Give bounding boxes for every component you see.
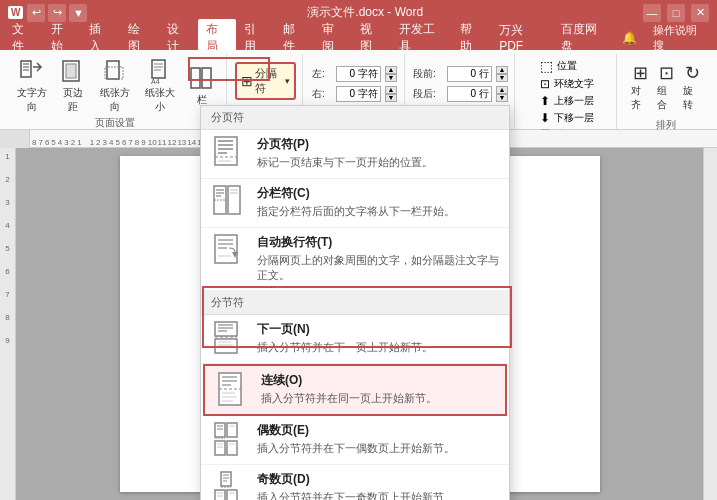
indent-right-up[interactable]: ▲ <box>385 86 397 94</box>
spacing-before-spin[interactable]: ▲ ▼ <box>496 66 508 82</box>
minimize-button[interactable]: — <box>643 4 661 22</box>
section-break-section-title: 分节符 <box>201 291 509 315</box>
dropdown-item-page-break[interactable]: 分页符(P) 标记一页结束与下一页开始的位置。 <box>201 130 509 179</box>
text-dir-icon <box>18 58 46 86</box>
svg-rect-6 <box>107 61 119 79</box>
text-wrap-item-desc: 分隔网页上的对象周围的文字，如分隔题注文字与正文。 <box>257 253 499 284</box>
spacing-before-label: 段前: <box>413 67 443 81</box>
page-break-item-desc: 标记一页结束与下一页开始的位置。 <box>257 155 499 170</box>
indent-left-up[interactable]: ▲ <box>385 66 397 74</box>
spacing-before-input[interactable] <box>447 66 492 82</box>
align-button[interactable]: ⊞ 对齐 <box>629 60 651 114</box>
column-break-item-text: 分栏符(C) 指定分栏符后面的文字将从下一栏开始。 <box>257 185 499 219</box>
even-page-item-icon <box>211 422 247 458</box>
svg-rect-52 <box>215 423 225 437</box>
orientation-label: 纸张方向 <box>97 86 132 114</box>
indent-left-row: 左: ▲ ▼ <box>312 66 397 82</box>
send-back-label: 下移一层 <box>554 111 594 125</box>
ribbon-group-position: ⬚ 位置 ⊡ 环绕文字 ⬆ 上移一层 ⬇ 下移一层 ☰ 选择 <box>517 54 617 129</box>
text-direction-button[interactable]: 文字方向 <box>10 56 53 116</box>
group-icon: ⊡ <box>659 62 674 84</box>
text-wrap-item-title: 自动换行符(T) <box>257 234 499 251</box>
page-setup-buttons: 文字方向 页边距 纸张方向 <box>10 56 220 116</box>
dropdown-item-text-wrap[interactable]: 自动换行符(T) 分隔网页上的对象周围的文字，如分隔题注文字与正文。 <box>201 228 509 291</box>
word-icon: W <box>8 6 23 19</box>
bring-forward-label: 上移一层 <box>554 94 594 108</box>
dropdown-item-next-page[interactable]: 下一页(N) 插入分节符并在下一页上开始新节。 <box>201 315 509 364</box>
dropdown-item-even-page[interactable]: 偶数页(E) 插入分节符并在下一偶数页上开始新节。 <box>201 416 509 465</box>
svg-rect-14 <box>202 68 211 88</box>
align-icon: ⊞ <box>633 62 648 84</box>
svg-rect-5 <box>66 64 76 78</box>
send-back-row: ⬇ 下移一层 <box>540 111 594 125</box>
ribbon-group-arrange: ⊞ 对齐 ⊡ 组合 ↻ 旋转 排列 <box>619 54 713 129</box>
window-controls: — □ ✕ <box>643 4 709 22</box>
indent-left-input[interactable] <box>336 66 381 82</box>
spacing-after-up[interactable]: ▲ <box>496 86 508 94</box>
next-page-item-icon <box>211 321 247 357</box>
margin-button[interactable]: 页边距 <box>55 56 91 116</box>
size-button[interactable]: A4 纸张大小 <box>139 56 182 116</box>
bring-forward-row: ⬆ 上移一层 <box>540 94 594 108</box>
even-page-item-text: 偶数页(E) 插入分节符并在下一偶数页上开始新节。 <box>257 422 499 456</box>
breaks-icon: ⊞ <box>241 73 253 89</box>
dropdown-item-column-break[interactable]: 分栏符(C) 指定分栏符后面的文字将从下一栏开始。 <box>201 179 509 228</box>
send-back-icon: ⬇ <box>540 111 550 125</box>
spacing-before-up[interactable]: ▲ <box>496 66 508 74</box>
column-break-item-title: 分栏符(C) <box>257 185 499 202</box>
wrap-text-label: 环绕文字 <box>554 77 594 91</box>
indent-left-label: 左: <box>312 67 332 81</box>
svg-rect-68 <box>215 490 225 500</box>
vruler-tick: 4 <box>5 221 9 230</box>
svg-rect-63 <box>221 472 231 486</box>
dropdown-item-continuous[interactable]: 连续(O) 插入分节符并在同一页上开始新节。 <box>203 364 507 416</box>
spacing-after-input[interactable] <box>447 86 492 102</box>
vruler-tick: 9 <box>5 336 9 345</box>
vruler-tick: 5 <box>5 244 9 253</box>
indent-left-down[interactable]: ▼ <box>385 74 397 82</box>
margin-label: 页边距 <box>59 86 87 114</box>
svg-rect-59 <box>227 441 237 455</box>
even-page-item-desc: 插入分节符并在下一偶数页上开始新节。 <box>257 441 499 456</box>
vruler-tick: 2 <box>5 175 9 184</box>
rotate-label: 旋转 <box>683 84 701 112</box>
group-button[interactable]: ⊡ 组合 <box>655 60 677 114</box>
position-row: ⬚ 位置 <box>540 58 594 74</box>
indent-right-spin[interactable]: ▲ ▼ <box>385 86 397 102</box>
vertical-scrollbar[interactable] <box>703 148 717 500</box>
wrap-text-row: ⊡ 环绕文字 <box>540 77 594 91</box>
spacing-before-down[interactable]: ▼ <box>496 74 508 82</box>
indent-left-spin[interactable]: ▲ ▼ <box>385 66 397 82</box>
next-page-item-desc: 插入分节符并在下一页上开始新节。 <box>257 340 499 355</box>
odd-page-item-icon <box>211 471 247 500</box>
odd-page-item-text: 奇数页(D) 插入分节符并在下一奇数页上开始新节。 <box>257 471 499 500</box>
vruler-tick: 6 <box>5 267 9 276</box>
indent-right-down[interactable]: ▼ <box>385 94 397 102</box>
wrap-text-icon: ⊡ <box>540 77 550 91</box>
svg-rect-0 <box>21 61 31 77</box>
menu-op[interactable]: 🔔 <box>614 29 645 47</box>
spacing-after-down[interactable]: ▼ <box>496 94 508 102</box>
close-button[interactable]: ✕ <box>691 4 709 22</box>
orientation-icon <box>101 58 129 86</box>
breaks-dropdown-button[interactable]: ⊞ 分隔符 ▾ <box>235 62 296 100</box>
continuous-item-text: 连续(O) 插入分节符并在同一页上开始新节。 <box>261 372 495 406</box>
spacing-after-spin[interactable]: ▲ ▼ <box>496 86 508 102</box>
orientation-button[interactable]: 纸张方向 <box>93 56 136 116</box>
margin-icon <box>59 58 87 86</box>
svg-rect-41 <box>215 339 237 353</box>
rotate-button[interactable]: ↻ 旋转 <box>681 60 703 114</box>
dropdown-item-odd-page[interactable]: 奇数页(D) 插入分节符并在下一奇数页上开始新节。 <box>201 465 509 500</box>
position-icon: ⬚ <box>540 58 553 74</box>
breaks-chevron-icon: ▾ <box>285 76 290 86</box>
columns-button[interactable]: 栏 <box>184 63 220 109</box>
align-label: 对齐 <box>631 84 649 112</box>
svg-rect-13 <box>191 68 200 88</box>
spacing-after-row: 段后: ▲ ▼ <box>413 86 508 102</box>
vruler-tick: 7 <box>5 290 9 299</box>
spacing-before-row: 段前: ▲ ▼ <box>413 66 508 82</box>
maximize-button[interactable]: □ <box>667 4 685 22</box>
indent-right-input[interactable] <box>336 86 381 102</box>
page-break-item-icon <box>211 136 247 172</box>
vruler-tick: 1 <box>5 152 9 161</box>
